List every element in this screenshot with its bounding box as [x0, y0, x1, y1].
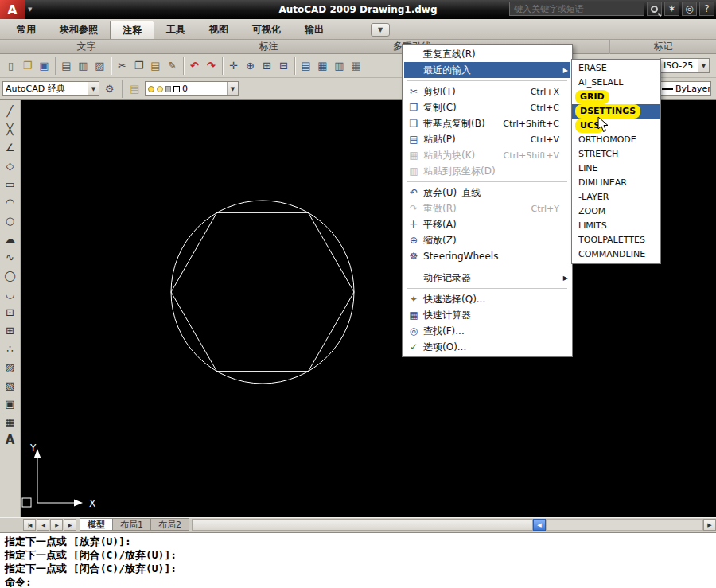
- draw-polygon-button[interactable]: [2, 157, 19, 174]
- menu-item-recent-input[interactable]: 最近的输入 ▶: [404, 62, 570, 78]
- draw-revision-cloud-button[interactable]: [2, 230, 19, 247]
- draw-polyline-button[interactable]: [2, 138, 19, 156]
- draw-hatch-button[interactable]: [2, 358, 19, 376]
- prev-tab-button[interactable]: ◀: [37, 519, 49, 531]
- recent-command-grid[interactable]: GRID: [572, 90, 660, 104]
- toolbar-tool-palettes-button[interactable]: [331, 56, 348, 76]
- toolbar-quickcalc-button[interactable]: [348, 56, 364, 76]
- menu-item-paste-block[interactable]: 粘贴为块(K) Ctrl+Shift+V ▶: [404, 147, 570, 163]
- ribbon-tab-visualize[interactable]: 可视化: [240, 21, 293, 39]
- recent-command-orthomode[interactable]: ORTHOMODE: [572, 133, 660, 147]
- menu-item-zoom[interactable]: 缩放(Z) ▶: [404, 232, 570, 248]
- first-tab-button[interactable]: |◀: [23, 519, 36, 531]
- toolbar-qnew-button[interactable]: [2, 56, 19, 76]
- toolbar-plot-preview-button[interactable]: [75, 56, 91, 76]
- layout-tab-layout1[interactable]: 布局1: [113, 518, 151, 531]
- toolbar-cut-button[interactable]: [114, 56, 130, 76]
- draw-multiline-text-button[interactable]: [2, 431, 19, 449]
- menu-item-options[interactable]: 选项(O)... ▶: [404, 339, 570, 355]
- ribbon-tab-home[interactable]: 常用: [5, 21, 48, 39]
- favorites-button[interactable]: ✶: [664, 2, 679, 16]
- horizontal-scrollbar-track[interactable]: [546, 519, 703, 531]
- recent-command-commandline[interactable]: COMMANDLINE: [572, 247, 660, 262]
- draw-table-button[interactable]: [2, 413, 19, 430]
- menu-item-quick-select[interactable]: 快速选择(Q)... ▶: [404, 291, 570, 307]
- toolbar-zoom-realtime-button[interactable]: [242, 56, 259, 76]
- menu-item-paste[interactable]: 粘贴(P) Ctrl+V ▶: [404, 131, 570, 147]
- menu-item-copy-base[interactable]: 带基点复制(B) Ctrl+Shift+C ▶: [404, 115, 570, 131]
- toolbar-paste-button[interactable]: [147, 56, 164, 76]
- draw-make-block-button[interactable]: [2, 321, 19, 339]
- ribbon-tab-annotate[interactable]: 注释: [110, 21, 154, 39]
- toolbar-redo-button[interactable]: [203, 56, 220, 76]
- draw-rectangle-button[interactable]: [2, 175, 19, 193]
- toolbar-properties-button[interactable]: [298, 56, 314, 76]
- menu-item-quick-calc[interactable]: 快速计算器 ▶: [404, 307, 570, 323]
- draw-line-button[interactable]: [2, 102, 19, 119]
- scroll-right-button[interactable]: ▶: [703, 519, 716, 531]
- draw-arc-button[interactable]: [2, 193, 19, 211]
- menu-item-redo[interactable]: 重做(R) Ctrl+Y ▶: [404, 201, 570, 216]
- help-button[interactable]: ?: [699, 2, 714, 16]
- scroll-left-button[interactable]: ◀: [533, 519, 546, 531]
- menu-browser-button[interactable]: A: [0, 0, 25, 19]
- toolbar-open-button[interactable]: [19, 56, 36, 76]
- toolbar-save-button[interactable]: [36, 56, 53, 76]
- toolbar-publish-button[interactable]: [91, 56, 108, 76]
- toolbar-copy-button[interactable]: [130, 56, 147, 76]
- recent-command-dsettings[interactable]: DSETTINGS: [572, 104, 660, 119]
- draw-point-button[interactable]: [2, 340, 19, 357]
- last-tab-button[interactable]: ▶|: [64, 519, 76, 531]
- layout-tab-model[interactable]: 模型: [80, 518, 113, 531]
- layer-combo[interactable]: 0 ▼: [145, 81, 239, 96]
- recent-command-ucs[interactable]: UCS: [572, 119, 660, 133]
- toolbar-zoom-previous-button[interactable]: [275, 56, 292, 76]
- command-line-panel[interactable]: 指定下一点或 [放弃(U)]: 指定下一点或 [闭合(C)/放弃(U)]: 指定…: [0, 532, 716, 588]
- recent-command-minus-layer[interactable]: -LAYER: [572, 190, 660, 204]
- color-combo[interactable]: ByLayer: [659, 81, 711, 96]
- recent-command-dimlinear[interactable]: DIMLINEAR: [572, 176, 660, 190]
- toolbar-zoom-window-button[interactable]: [259, 56, 275, 76]
- menu-item-copy[interactable]: 复制(C) Ctrl+C ▶: [404, 99, 570, 115]
- draw-gradient-button[interactable]: [2, 376, 19, 394]
- help-search-input[interactable]: [509, 2, 644, 16]
- draw-ellipse-arc-button[interactable]: [2, 285, 19, 302]
- layer-properties-button[interactable]: ▤: [126, 80, 143, 99]
- menu-item-paste-original[interactable]: 粘贴到原坐标(D) ▶: [404, 163, 570, 179]
- recent-command-ai-selall[interactable]: AI_SELALL: [572, 76, 660, 90]
- draw-insert-block-button[interactable]: [2, 303, 19, 321]
- draw-ellipse-button[interactable]: [2, 267, 19, 284]
- recent-command-limits[interactable]: LIMITS: [572, 219, 660, 233]
- draw-region-button[interactable]: [2, 395, 19, 412]
- menu-item-pan[interactable]: 平移(A) ▶: [404, 216, 570, 232]
- layout-tab-layout2[interactable]: 布局2: [151, 518, 189, 531]
- recent-command-stretch[interactable]: STRETCH: [572, 147, 660, 162]
- draw-spline-button[interactable]: [2, 248, 19, 266]
- ribbon-minimize-chevron[interactable]: ▼: [371, 23, 390, 37]
- recent-command-erase[interactable]: ERASE: [572, 61, 660, 76]
- draw-circle-button[interactable]: [2, 212, 19, 229]
- recent-command-zoom[interactable]: ZOOM: [572, 204, 660, 219]
- toolbar-undo-button[interactable]: [186, 56, 203, 76]
- recent-command-line[interactable]: LINE: [572, 162, 660, 176]
- menu-item-repeat-line[interactable]: 重复直线(R) ▶: [404, 46, 570, 62]
- ribbon-tab-tools[interactable]: 工具: [154, 21, 197, 39]
- search-button[interactable]: [647, 2, 662, 16]
- menu-item-cut[interactable]: 剪切(T) Ctrl+X ▶: [404, 84, 570, 99]
- next-tab-button[interactable]: ▶: [50, 519, 63, 531]
- workspace-settings-button[interactable]: ⚙: [101, 80, 118, 99]
- recent-command-toolpalettes[interactable]: TOOLPALETTES: [572, 233, 660, 247]
- toolbar-match-properties-button[interactable]: [164, 56, 181, 76]
- menu-item-undo[interactable]: 放弃(U) 直线 ▶: [404, 185, 570, 201]
- toolbar-pan-button[interactable]: [225, 56, 242, 76]
- ribbon-tab-view[interactable]: 视图: [197, 21, 240, 39]
- menu-item-find[interactable]: 查找(F)... ▶: [404, 323, 570, 339]
- toolbar-plot-button[interactable]: [58, 56, 75, 76]
- draw-construction-line-button[interactable]: [2, 120, 19, 138]
- ribbon-tab-blocks-references[interactable]: 块和参照: [48, 21, 110, 39]
- menu-item-action-recorder[interactable]: 动作记录器 ▶: [404, 270, 570, 286]
- dim-style-combo[interactable]: ISO-25 ▼: [660, 58, 710, 73]
- workspace-combo[interactable]: AutoCAD 经典 ▼: [2, 81, 99, 96]
- toolbar-designcenter-button[interactable]: [314, 56, 331, 76]
- ribbon-tab-output[interactable]: 输出: [293, 21, 336, 39]
